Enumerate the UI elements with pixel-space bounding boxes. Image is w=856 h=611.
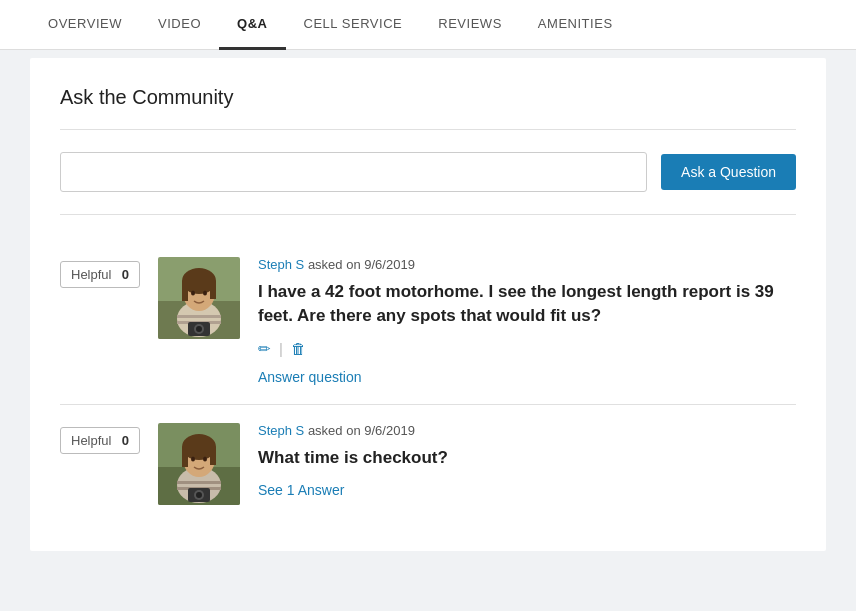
qa-date-text-2: asked on 9/6/2019 (308, 423, 415, 438)
helpful-count-2: 0 (122, 433, 129, 448)
qa-meta-1: Steph S asked on 9/6/2019 (258, 257, 796, 272)
qa-question-1: I have a 42 foot motorhome. I see the lo… (258, 280, 796, 328)
author-link-1[interactable]: Steph S (258, 257, 304, 272)
action-divider-1: | (279, 340, 283, 357)
helpful-label-2: Helpful (71, 433, 111, 448)
avatar-1 (158, 257, 240, 339)
svg-point-9 (191, 291, 195, 296)
tab-video[interactable]: VIDEO (140, 0, 219, 50)
tab-amenities[interactable]: AMENITIES (520, 0, 631, 50)
helpful-label-1: Helpful (71, 267, 111, 282)
tab-reviews[interactable]: REVIEWS (420, 0, 520, 50)
ask-question-button[interactable]: Ask a Question (661, 154, 796, 190)
answer-question-link-1[interactable]: Answer question (258, 369, 362, 385)
qa-item-2: Helpful 0 (60, 405, 796, 523)
svg-point-13 (196, 326, 202, 332)
helpful-badge-1[interactable]: Helpful 0 (60, 261, 140, 288)
qa-body-2: Steph S asked on 9/6/2019 What time is c… (258, 423, 796, 500)
ask-input[interactable] (60, 152, 647, 192)
main-content: Ask the Community Ask a Question Helpful… (30, 58, 826, 551)
qa-item: Helpful 0 (60, 239, 796, 405)
tab-cell-service[interactable]: CELL SERVICE (286, 0, 421, 50)
tab-qanda[interactable]: Q&A (219, 0, 285, 50)
svg-point-10 (203, 291, 207, 296)
section-divider (60, 129, 796, 130)
section-title: Ask the Community (60, 86, 796, 109)
ask-row: Ask a Question (60, 152, 796, 215)
author-link-2[interactable]: Steph S (258, 423, 304, 438)
qa-body-1: Steph S asked on 9/6/2019 I have a 42 fo… (258, 257, 796, 386)
nav-tabs: OVERVIEW VIDEO Q&A CELL SERVICE REVIEWS … (0, 0, 856, 50)
see-answers-link-2[interactable]: See 1 Answer (258, 482, 344, 498)
tab-overview[interactable]: OVERVIEW (30, 0, 140, 50)
svg-point-24 (203, 456, 207, 461)
svg-rect-7 (182, 281, 188, 301)
svg-rect-3 (177, 315, 221, 318)
svg-rect-22 (210, 447, 216, 465)
svg-rect-21 (182, 447, 188, 467)
avatar-2 (158, 423, 240, 505)
qa-actions-1: ✏ | 🗑 (258, 340, 796, 358)
delete-icon-1[interactable]: 🗑 (291, 340, 306, 357)
svg-point-27 (196, 492, 202, 498)
svg-rect-17 (177, 481, 221, 484)
helpful-badge-2[interactable]: Helpful 0 (60, 427, 140, 454)
edit-icon-1[interactable]: ✏ (258, 340, 271, 358)
qa-question-2: What time is checkout? (258, 446, 796, 470)
helpful-count-1: 0 (122, 267, 129, 282)
svg-point-23 (191, 456, 195, 461)
qa-date-text-1: asked on 9/6/2019 (308, 257, 415, 272)
svg-rect-8 (210, 281, 216, 299)
qa-meta-2: Steph S asked on 9/6/2019 (258, 423, 796, 438)
